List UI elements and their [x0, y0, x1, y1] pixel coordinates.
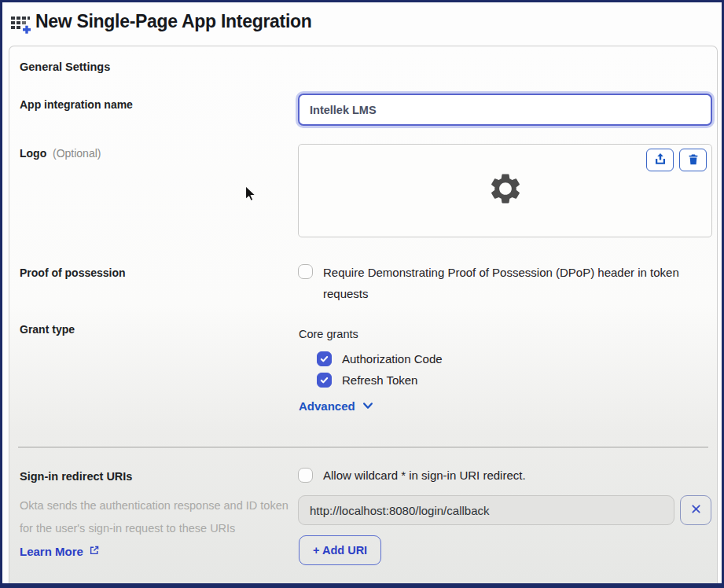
app-grid-plus-icon: [9, 13, 31, 35]
dpop-checkbox-row: Require Demonstrating Proof of Possessio…: [298, 264, 694, 304]
check-icon: [319, 354, 329, 364]
logo-delete-button[interactable]: [679, 149, 707, 171]
proof-of-possession-label: Proof of possession: [20, 266, 126, 279]
dpop-checkbox-label: Require Demonstrating Proof of Possessio…: [323, 262, 694, 304]
general-settings-heading: General Settings: [20, 61, 110, 73]
core-grants-label: Core grants: [299, 328, 358, 340]
grant-option-authorization-code: Authorization Code: [317, 351, 443, 366]
signin-redirect-description: Okta sends the authentication response a…: [20, 494, 295, 540]
logo-optional-tag: (Optional): [50, 147, 101, 160]
new-spa-integration-window: New Single-Page App Integration General …: [0, 0, 724, 588]
grant-type-label: Grant type: [20, 323, 75, 336]
refresh-token-checkbox[interactable]: [317, 373, 332, 388]
check-icon: [319, 375, 329, 385]
logo-actions: [646, 149, 707, 171]
section-divider: [18, 447, 708, 448]
upload-icon: [653, 152, 667, 168]
chevron-down-icon: [362, 399, 373, 413]
remove-uri-button[interactable]: [680, 495, 711, 525]
page-header: New Single-Page App Integration: [2, 2, 722, 45]
wildcard-checkbox-label: Allow wildcard * in sign-in URI redirect…: [323, 469, 526, 482]
gear-icon: [487, 171, 524, 210]
authorization-code-checkbox[interactable]: [317, 351, 332, 366]
external-link-icon: [89, 545, 100, 558]
logo-label: Logo (Optional): [20, 147, 101, 160]
app-integration-name-input[interactable]: [298, 94, 712, 126]
app-integration-name-label: App integration name: [20, 98, 133, 111]
close-icon: [691, 504, 701, 516]
learn-more-link[interactable]: Learn More: [20, 545, 100, 558]
trash-icon: [687, 153, 700, 168]
grant-option-refresh-token: Refresh Token: [317, 373, 417, 388]
mouse-cursor: [242, 185, 258, 207]
signin-redirect-uri-input[interactable]: [298, 495, 674, 525]
wildcard-checkbox[interactable]: [298, 468, 313, 483]
add-uri-button[interactable]: + Add URI: [299, 535, 381, 565]
wildcard-checkbox-row: Allow wildcard * in sign-in URI redirect…: [298, 468, 526, 483]
integration-form-card: General Settings App integration name Lo…: [9, 46, 718, 583]
logo-upload-button[interactable]: [646, 149, 674, 171]
dpop-checkbox[interactable]: [298, 264, 313, 279]
logo-upload-area[interactable]: [298, 144, 712, 237]
page-title: New Single-Page App Integration: [35, 11, 312, 32]
signin-redirect-uris-label: Sign-in redirect URIs: [20, 470, 132, 483]
authorization-code-label: Authorization Code: [342, 352, 443, 366]
advanced-toggle[interactable]: Advanced: [299, 399, 373, 413]
refresh-token-label: Refresh Token: [342, 373, 417, 387]
